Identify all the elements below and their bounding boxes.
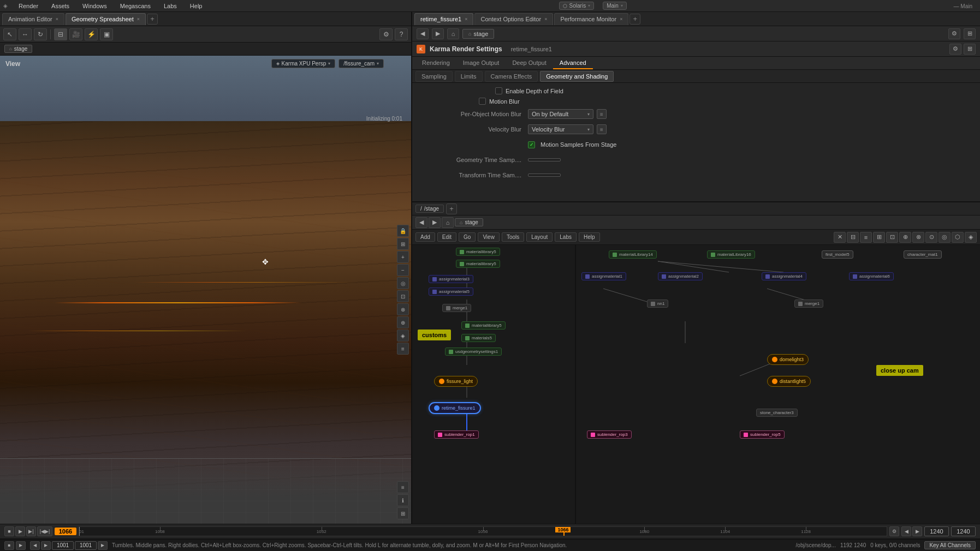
node-right-merge1[interactable]: nn1 [647,300,668,308]
menu-render[interactable]: Render [16,2,40,10]
tab-deep-output[interactable]: Deep Output [506,57,553,69]
subtab-geometry-shading[interactable]: Geometry and Shading [540,71,614,82]
sg-home-btn[interactable]: ⌂ [442,217,454,228]
stage-path-right[interactable]: ⌂ stage [462,29,494,39]
sg-go-btn[interactable]: Go [459,232,476,242]
side-tool-7[interactable]: ◈ [397,330,409,342]
node-fissure-light[interactable]: fissure_light [434,376,478,387]
timeline-ruler[interactable]: 1001 1008 1032 1056 1080 1104 1128 1066 [79,526,887,536]
ctx-forward-btn[interactable]: ▶ [432,28,444,39]
tab-image-output[interactable]: Image Output [456,57,506,69]
side-tool-grid[interactable]: ⊞ [397,507,409,519]
side-tool-5[interactable]: ⊗ [397,303,409,315]
node-assignmat[interactable]: assignmaterial3 [429,275,473,283]
tab-performance-monitor[interactable]: Performance Monitor × [554,13,628,25]
subtab-sampling[interactable]: Sampling [415,71,453,82]
subtab-limits[interactable]: Limits [455,71,483,82]
node-right-charmat[interactable]: character_mat1 [904,250,942,259]
play-btn[interactable]: ▶ [15,526,25,536]
node-merge[interactable]: merge1 [442,304,471,312]
node-right-matlib2[interactable]: materialLibrary16 [707,250,755,259]
node-right-matlib1[interactable]: materialLibrary14 [609,250,657,259]
menu-help[interactable]: Help [188,2,205,10]
side-tool-info[interactable]: ℹ [397,494,409,506]
node-right-sublender1[interactable]: sublender_rop3 [587,430,632,439]
side-tool-6[interactable]: ⊕ [397,316,409,328]
ctx-settings-btn[interactable]: ⚙ [948,28,960,39]
ctx-back-btn[interactable]: ◀ [417,28,429,39]
node-right-sublender2[interactable]: sublender_rop5 [740,430,785,439]
sg-icon-6[interactable]: ⊕ [899,232,911,243]
tab-close-perf[interactable]: × [620,16,622,22]
side-tool-4[interactable]: ⊡ [397,290,409,302]
tab-add-right[interactable]: + [629,14,640,25]
render-tool-btn[interactable]: ▣ [100,28,113,40]
side-tool-3[interactable]: ◎ [397,277,409,289]
end-coord-input[interactable] [924,526,949,536]
ctx-home-btn[interactable]: ⌂ [447,28,459,39]
renderer-badge[interactable]: ◈ Karma XPU Persp ▾ [271,59,336,68]
per-object-dropdown[interactable]: On by Default ▾ [528,109,593,119]
sg-layout-btn[interactable]: Layout [526,232,553,242]
rotate-tool-btn[interactable]: ↻ [34,28,47,40]
status-next-key[interactable]: ▶ [41,541,51,550]
node-right-stone-char[interactable]: stone_character3 [756,409,798,417]
node-assignmat2[interactable]: assignmaterial5 [429,288,473,296]
node-sublender[interactable]: sublender_rop1 [434,430,479,439]
sg-icon-1[interactable]: ✕ [834,232,846,243]
node-matlib2[interactable]: materiallibrary5 [456,260,500,268]
side-tool-zoom-out[interactable]: − [397,264,409,276]
status-prev-key[interactable]: ◀ [30,541,40,550]
settings-tool-btn[interactable]: ⚙ [379,28,393,40]
sg-edit-btn[interactable]: Edit [437,232,456,242]
sg-forward-btn[interactable]: ▶ [429,217,441,228]
timeline-next-btn[interactable]: ▶ [912,526,922,536]
key-all-channels-btn[interactable]: Key All Channels [924,541,976,549]
side-tool-1[interactable]: 🔒 [397,225,409,237]
side-tool-zoom-in[interactable]: + [397,251,409,263]
menu-windows[interactable]: Windows [80,2,109,10]
sg-labs-btn[interactable]: Labs [555,232,577,242]
node-graph-right[interactable]: materialLibrary14 materialLibrary16 firs… [576,245,980,524]
end-frame-input[interactable] [951,526,976,536]
karma-icon-1[interactable]: ⚙ [949,44,961,55]
sg-help-btn[interactable]: Help [579,232,600,242]
sg-icon-8[interactable]: ⊙ [925,232,937,243]
tab-geometry-spreadsheet[interactable]: Geometry Spreadsheet × [66,13,146,25]
status-stop-btn[interactable]: ■ [4,541,14,550]
sg-tools-btn[interactable]: Tools [502,232,524,242]
status-end-frame[interactable] [75,541,97,550]
node-right-merge2[interactable]: merge1 [794,300,823,308]
subtab-camera-effects[interactable]: Camera Effects [485,71,538,82]
light-tool-btn[interactable]: ⚡ [85,28,98,40]
timeline-settings-btn[interactable]: ⚙ [889,526,899,536]
camera-tool-btn[interactable]: 🎥 [69,28,82,40]
tab-close-animation[interactable]: × [56,16,58,22]
stage-path-field[interactable]: ⌂ stage [4,45,32,53]
node-materiallib[interactable]: materiallibrary5 [456,248,500,256]
ctx-extra-btn[interactable]: ⊞ [964,28,976,39]
per-object-menu-btn[interactable]: ≡ [597,109,607,119]
menu-assets[interactable]: Assets [49,2,72,10]
help-tool-btn[interactable]: ? [395,28,408,40]
stage-add-btn[interactable]: + [446,203,457,214]
playrange-btn[interactable]: |◀▶| [37,526,52,536]
sg-icon-2[interactable]: ⊟ [847,232,859,243]
node-right-assign2[interactable]: assignmaterial2 [658,272,703,280]
status-play-btn[interactable]: ▶ [16,541,26,550]
node-right-domelight[interactable]: domelight3 [767,354,809,365]
geo-time-field[interactable] [528,158,561,161]
tab-close-retime[interactable]: × [465,16,467,22]
node-right-distantlight[interactable]: distantlight5 [767,376,811,387]
karma-icon-2[interactable]: ⊞ [964,44,976,55]
tab-retime[interactable]: retime_fissure1 × [414,13,473,25]
tab-close-geometry[interactable]: × [137,16,140,22]
sg-view-btn[interactable]: View [478,232,500,242]
node-graph-left[interactable]: materiallibrary5 materiallibrary5 assign… [412,245,576,524]
enable-dof-checkbox[interactable] [495,87,502,94]
tab-add-left[interactable]: + [147,14,158,25]
node-right-assign1[interactable]: assignmaterial1 [581,272,626,280]
timeline-prev-btn[interactable]: ◀ [901,526,911,536]
camera-badge[interactable]: /fissure_cam ▾ [338,59,384,68]
tab-rendering[interactable]: Rendering [415,57,456,69]
